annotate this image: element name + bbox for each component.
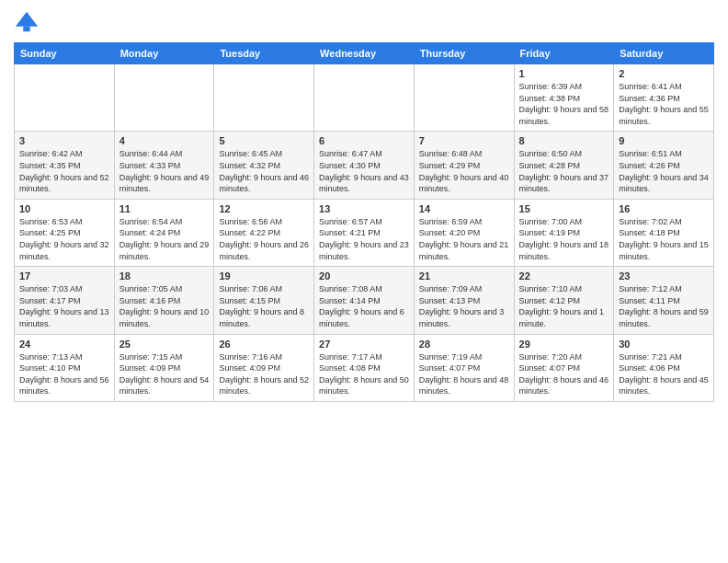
day-number: 27 bbox=[319, 339, 409, 350]
calendar-cell: 9Sunrise: 6:51 AM Sunset: 4:26 PM Daylig… bbox=[614, 132, 714, 199]
calendar-cell bbox=[114, 64, 214, 132]
day-number: 12 bbox=[219, 203, 309, 214]
calendar-cell: 4Sunrise: 6:44 AM Sunset: 4:33 PM Daylig… bbox=[114, 132, 214, 199]
day-info: Sunrise: 7:16 AM Sunset: 4:09 PM Dayligh… bbox=[219, 351, 309, 397]
day-info: Sunrise: 6:59 AM Sunset: 4:20 PM Dayligh… bbox=[419, 216, 509, 262]
calendar-week-row: 24Sunrise: 7:13 AM Sunset: 4:10 PM Dayli… bbox=[15, 334, 714, 401]
day-number: 6 bbox=[319, 135, 409, 146]
calendar-cell: 28Sunrise: 7:19 AM Sunset: 4:07 PM Dayli… bbox=[414, 334, 514, 401]
calendar-cell: 10Sunrise: 6:53 AM Sunset: 4:25 PM Dayli… bbox=[15, 199, 115, 266]
calendar-body: 1Sunrise: 6:39 AM Sunset: 4:38 PM Daylig… bbox=[15, 64, 714, 402]
day-number: 22 bbox=[519, 270, 609, 282]
day-info: Sunrise: 7:06 AM Sunset: 4:15 PM Dayligh… bbox=[219, 283, 309, 329]
calendar-cell bbox=[214, 64, 314, 132]
day-info: Sunrise: 7:05 AM Sunset: 4:16 PM Dayligh… bbox=[119, 283, 210, 329]
calendar-week-row: 1Sunrise: 6:39 AM Sunset: 4:38 PM Daylig… bbox=[15, 64, 714, 132]
calendar-cell: 16Sunrise: 7:02 AM Sunset: 4:18 PM Dayli… bbox=[614, 199, 714, 266]
day-of-week-header: Friday bbox=[514, 43, 614, 64]
day-number: 24 bbox=[19, 339, 109, 350]
day-info: Sunrise: 6:53 AM Sunset: 4:25 PM Dayligh… bbox=[19, 216, 109, 262]
logo bbox=[14, 9, 43, 35]
day-info: Sunrise: 7:08 AM Sunset: 4:14 PM Dayligh… bbox=[319, 283, 409, 329]
calendar-cell: 27Sunrise: 7:17 AM Sunset: 4:08 PM Dayli… bbox=[314, 334, 415, 401]
day-number: 21 bbox=[419, 270, 509, 282]
calendar-cell: 3Sunrise: 6:42 AM Sunset: 4:35 PM Daylig… bbox=[15, 132, 115, 199]
day-number: 10 bbox=[19, 203, 109, 214]
day-info: Sunrise: 6:41 AM Sunset: 4:36 PM Dayligh… bbox=[619, 81, 709, 127]
day-number: 7 bbox=[419, 135, 509, 146]
calendar-cell: 22Sunrise: 7:10 AM Sunset: 4:12 PM Dayli… bbox=[514, 267, 614, 334]
day-info: Sunrise: 7:13 AM Sunset: 4:10 PM Dayligh… bbox=[19, 351, 109, 397]
calendar-cell: 24Sunrise: 7:13 AM Sunset: 4:10 PM Dayli… bbox=[15, 334, 115, 401]
calendar-header: SundayMondayTuesdayWednesdayThursdayFrid… bbox=[15, 43, 714, 64]
day-of-week-header: Monday bbox=[114, 43, 214, 64]
calendar-cell: 19Sunrise: 7:06 AM Sunset: 4:15 PM Dayli… bbox=[214, 267, 314, 334]
calendar-week-row: 17Sunrise: 7:03 AM Sunset: 4:17 PM Dayli… bbox=[15, 267, 714, 334]
page-header bbox=[14, 9, 714, 35]
day-info: Sunrise: 7:00 AM Sunset: 4:19 PM Dayligh… bbox=[519, 216, 609, 262]
calendar-cell: 26Sunrise: 7:16 AM Sunset: 4:09 PM Dayli… bbox=[214, 334, 314, 401]
calendar-cell: 23Sunrise: 7:12 AM Sunset: 4:11 PM Dayli… bbox=[614, 267, 714, 334]
calendar-cell: 20Sunrise: 7:08 AM Sunset: 4:14 PM Dayli… bbox=[314, 267, 415, 334]
day-number: 20 bbox=[319, 270, 409, 282]
calendar-cell: 29Sunrise: 7:20 AM Sunset: 4:07 PM Dayli… bbox=[514, 334, 614, 401]
day-info: Sunrise: 7:10 AM Sunset: 4:12 PM Dayligh… bbox=[519, 283, 609, 329]
day-of-week-header: Thursday bbox=[414, 43, 514, 64]
day-info: Sunrise: 7:17 AM Sunset: 4:08 PM Dayligh… bbox=[319, 351, 409, 397]
day-info: Sunrise: 6:45 AM Sunset: 4:32 PM Dayligh… bbox=[219, 148, 309, 194]
day-number: 8 bbox=[519, 135, 609, 146]
day-number: 13 bbox=[319, 203, 409, 214]
day-info: Sunrise: 6:56 AM Sunset: 4:22 PM Dayligh… bbox=[219, 216, 309, 262]
day-number: 19 bbox=[219, 270, 309, 282]
calendar-cell bbox=[314, 64, 415, 132]
day-number: 11 bbox=[119, 203, 210, 214]
calendar-cell bbox=[414, 64, 514, 132]
day-info: Sunrise: 6:51 AM Sunset: 4:26 PM Dayligh… bbox=[619, 148, 709, 194]
calendar-cell: 11Sunrise: 6:54 AM Sunset: 4:24 PM Dayli… bbox=[114, 199, 214, 266]
day-number: 30 bbox=[619, 339, 709, 350]
day-header-row: SundayMondayTuesdayWednesdayThursdayFrid… bbox=[15, 43, 714, 64]
day-number: 2 bbox=[619, 68, 709, 79]
calendar-cell: 1Sunrise: 6:39 AM Sunset: 4:38 PM Daylig… bbox=[514, 64, 614, 132]
day-of-week-header: Tuesday bbox=[214, 43, 314, 64]
day-of-week-header: Saturday bbox=[614, 43, 714, 64]
day-info: Sunrise: 6:39 AM Sunset: 4:38 PM Dayligh… bbox=[519, 81, 609, 127]
day-info: Sunrise: 7:15 AM Sunset: 4:09 PM Dayligh… bbox=[119, 351, 210, 397]
day-info: Sunrise: 6:57 AM Sunset: 4:21 PM Dayligh… bbox=[319, 216, 409, 262]
svg-marker-0 bbox=[16, 12, 38, 27]
day-number: 17 bbox=[19, 270, 109, 282]
day-info: Sunrise: 6:48 AM Sunset: 4:29 PM Dayligh… bbox=[419, 148, 509, 194]
day-info: Sunrise: 7:19 AM Sunset: 4:07 PM Dayligh… bbox=[419, 351, 509, 397]
day-number: 5 bbox=[219, 135, 309, 146]
day-info: Sunrise: 7:20 AM Sunset: 4:07 PM Dayligh… bbox=[519, 351, 609, 397]
day-number: 18 bbox=[119, 270, 210, 282]
day-number: 25 bbox=[119, 339, 210, 350]
day-info: Sunrise: 7:03 AM Sunset: 4:17 PM Dayligh… bbox=[19, 283, 109, 329]
calendar-week-row: 10Sunrise: 6:53 AM Sunset: 4:25 PM Dayli… bbox=[15, 199, 714, 266]
calendar-cell bbox=[15, 64, 115, 132]
day-info: Sunrise: 6:50 AM Sunset: 4:28 PM Dayligh… bbox=[519, 148, 609, 194]
calendar-cell: 5Sunrise: 6:45 AM Sunset: 4:32 PM Daylig… bbox=[214, 132, 314, 199]
svg-rect-1 bbox=[23, 27, 29, 32]
calendar-cell: 6Sunrise: 6:47 AM Sunset: 4:30 PM Daylig… bbox=[314, 132, 415, 199]
calendar-table: SundayMondayTuesdayWednesdayThursdayFrid… bbox=[14, 42, 714, 402]
logo-icon bbox=[14, 9, 40, 35]
day-number: 9 bbox=[619, 135, 709, 146]
day-info: Sunrise: 6:42 AM Sunset: 4:35 PM Dayligh… bbox=[19, 148, 109, 194]
calendar-cell: 18Sunrise: 7:05 AM Sunset: 4:16 PM Dayli… bbox=[114, 267, 214, 334]
day-info: Sunrise: 7:21 AM Sunset: 4:06 PM Dayligh… bbox=[619, 351, 709, 397]
calendar-cell: 2Sunrise: 6:41 AM Sunset: 4:36 PM Daylig… bbox=[614, 64, 714, 132]
day-number: 14 bbox=[419, 203, 509, 214]
calendar-cell: 12Sunrise: 6:56 AM Sunset: 4:22 PM Dayli… bbox=[214, 199, 314, 266]
calendar-cell: 21Sunrise: 7:09 AM Sunset: 4:13 PM Dayli… bbox=[414, 267, 514, 334]
day-of-week-header: Sunday bbox=[15, 43, 115, 64]
day-info: Sunrise: 7:09 AM Sunset: 4:13 PM Dayligh… bbox=[419, 283, 509, 329]
day-info: Sunrise: 6:54 AM Sunset: 4:24 PM Dayligh… bbox=[119, 216, 210, 262]
day-of-week-header: Wednesday bbox=[314, 43, 415, 64]
day-number: 29 bbox=[519, 339, 609, 350]
day-number: 26 bbox=[219, 339, 309, 350]
calendar-cell: 8Sunrise: 6:50 AM Sunset: 4:28 PM Daylig… bbox=[514, 132, 614, 199]
day-info: Sunrise: 6:44 AM Sunset: 4:33 PM Dayligh… bbox=[119, 148, 210, 194]
calendar-cell: 17Sunrise: 7:03 AM Sunset: 4:17 PM Dayli… bbox=[15, 267, 115, 334]
calendar-cell: 13Sunrise: 6:57 AM Sunset: 4:21 PM Dayli… bbox=[314, 199, 415, 266]
